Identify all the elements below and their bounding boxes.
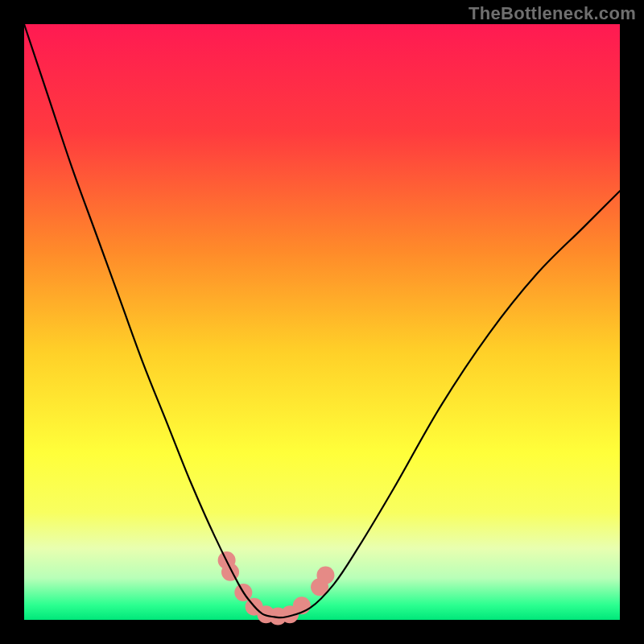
chart-svg: [0, 0, 644, 644]
chart-stage: TheBottleneck.com: [0, 0, 644, 644]
highlight-dot: [316, 567, 334, 584]
watermark-text: TheBottleneck.com: [469, 3, 636, 24]
plot-background: [24, 24, 620, 620]
